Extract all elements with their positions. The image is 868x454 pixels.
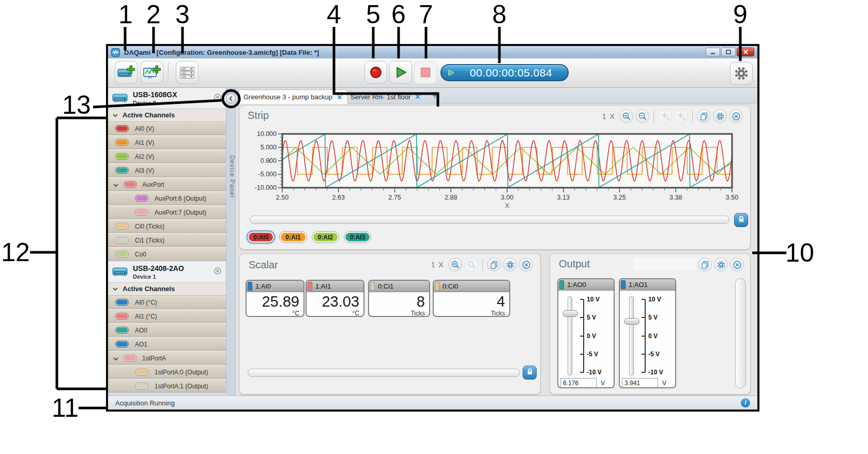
channel-row[interactable]: 1stPortA [108,352,226,365]
channel-label: AI1 (°C) [135,313,157,320]
display-settings-button[interactable] [503,258,517,271]
close-device-icon[interactable] [214,93,222,103]
display-settings-button[interactable] [713,109,727,123]
callout-number-11: 11 [52,393,79,423]
add-tab-button[interactable]: + [432,90,438,101]
channel-label: AI0 (°C) [135,299,157,306]
channel-row[interactable]: AuxPort:7 (Output) [108,206,226,219]
channel-row[interactable]: 1stPortA:0 (Output) [108,366,226,379]
add-display-button[interactable] [141,61,163,84]
channel-badge[interactable]: 0:AI1 [280,232,306,243]
strip-panel: 10.0005.0000.000-5.000-10.0002.502.632.7… [239,105,751,250]
scalar-card[interactable]: 0:Ci04Ticks [433,280,510,317]
tab-server-room[interactable]: Server Rm- 1st floor [345,89,425,104]
stop-button[interactable] [414,61,437,84]
collapse-device-panel-button[interactable] [226,94,236,103]
scalar-card[interactable]: 1:AI123.03°C [306,280,364,317]
close-display-button[interactable] [519,258,533,271]
display-settings-button[interactable] [714,258,728,271]
close-display-button[interactable] [730,258,744,271]
play-icon [394,66,407,79]
scalar-card[interactable]: 0:Ci18Ticks [368,280,430,317]
channel-badge[interactable]: 0:AI3 [344,232,371,243]
channel-row[interactable]: AuxPort [108,178,226,191]
channel-row[interactable]: AuxPort:6 (Output) [108,192,226,205]
channel-row[interactable]: AI0 (°C) [108,296,226,309]
channel-label: Co0 [135,251,146,258]
close-device-icon[interactable] [214,267,222,277]
active-channels-label: Active Channels [123,111,175,119]
callout-number-7: 7 [419,0,433,29]
display-plus-icon [143,64,161,81]
active-channels-header[interactable]: Active Channels [108,283,226,296]
zoom-out-button[interactable] [464,258,478,271]
channel-row[interactable]: AI1 (°C) [108,310,226,323]
output-value-input[interactable] [622,378,658,388]
channel-row[interactable]: Co0 [108,248,226,261]
info-icon[interactable]: i [741,398,750,407]
output-vscrollbar[interactable] [735,278,746,388]
close-button[interactable] [737,48,754,56]
output-panel-title: Output [559,258,590,270]
scalar-value: 25.89 [262,293,299,310]
scalar-scroll-lock-button[interactable] [523,366,537,380]
settings-button[interactable] [730,62,753,85]
duplicate-display-button[interactable] [487,258,501,271]
tab-greenhouse[interactable]: Greenhouse 3 - pump backup [238,89,348,104]
channel-row[interactable]: AO0 [108,324,226,337]
channel-row[interactable]: AI3 (V) [108,164,226,177]
active-channels-header[interactable]: Active Channels [108,109,226,122]
cursor-b-button[interactable]: B [674,109,688,123]
channel-row[interactable]: 1stPortA:1 (Output) [108,380,226,392]
channel-row[interactable]: AI2 (V) [108,150,226,163]
callout-number-13: 13 [62,90,91,120]
svg-text:3.38: 3.38 [669,194,682,201]
add-device-button[interactable] [115,61,138,84]
close-tab-icon[interactable] [337,95,342,100]
output-slider-track[interactable] [568,296,572,375]
channel-row[interactable]: AO1 [108,338,226,351]
minimize-button[interactable] [706,48,720,56]
zoom-out-button[interactable] [635,109,649,123]
output-slider-handle[interactable] [624,318,639,325]
close-display-button[interactable] [729,109,743,123]
duplicate-display-button[interactable] [697,109,711,123]
output-slider-track[interactable] [629,296,634,375]
channel-row[interactable]: Ci1 (Ticks) [108,234,226,247]
play-button[interactable] [389,61,412,84]
device-panel-collapse-strip[interactable]: Device Panel [226,88,236,396]
strip-chart[interactable]: 10.0005.0000.000-5.000-10.0002.502.632.7… [239,105,750,249]
channel-badge[interactable]: 0:AI2 [312,232,339,243]
svg-text:A: A [666,116,669,121]
channel-table-icon: +10+10+10 [179,66,195,80]
channel-label: AuxPort [142,181,164,188]
maximize-button[interactable] [721,48,736,56]
channel-row[interactable]: Ci0 (Ticks) [108,220,226,233]
duplicate-display-button[interactable] [698,258,712,271]
output-value-input[interactable] [560,378,597,388]
output-unit-label: V [601,380,605,387]
channel-table-button[interactable]: +10+10+10 [176,61,199,84]
device-header[interactable]: USB-2408-2AODevice 1 [108,262,226,283]
close-tab-icon[interactable] [415,94,420,99]
zoom-in-button[interactable] [619,109,633,123]
scalar-hscrollbar[interactable] [248,369,520,377]
strip-panel-toolbar: 1 X A B [602,109,743,123]
scalar-card[interactable]: 1:AI025.89°C [246,280,304,317]
strip-hscrollbar[interactable] [250,216,729,224]
record-button[interactable] [364,61,387,84]
output-zoom-area [633,258,696,270]
channel-badge[interactable]: 0:AI0 [248,232,274,243]
channel-row[interactable]: AI1 (V) [108,136,226,149]
stop-icon [419,66,432,79]
channel-row[interactable]: AI0 (V) [108,122,226,135]
channel-color-tab [621,280,626,289]
strip-scroll-lock-button[interactable] [734,213,748,227]
device-header[interactable]: USB-1608GXDevice 0 [108,88,226,109]
cursor-a-button[interactable]: A [658,109,672,123]
channel-name: 0:Ci1 [378,281,393,292]
channel-color-swatch [115,223,129,230]
output-slider-handle[interactable] [562,310,578,317]
title-bar[interactable]: DAQami - [Configuration: Greenhouse-3.am… [108,46,757,58]
zoom-in-button[interactable] [448,258,462,271]
